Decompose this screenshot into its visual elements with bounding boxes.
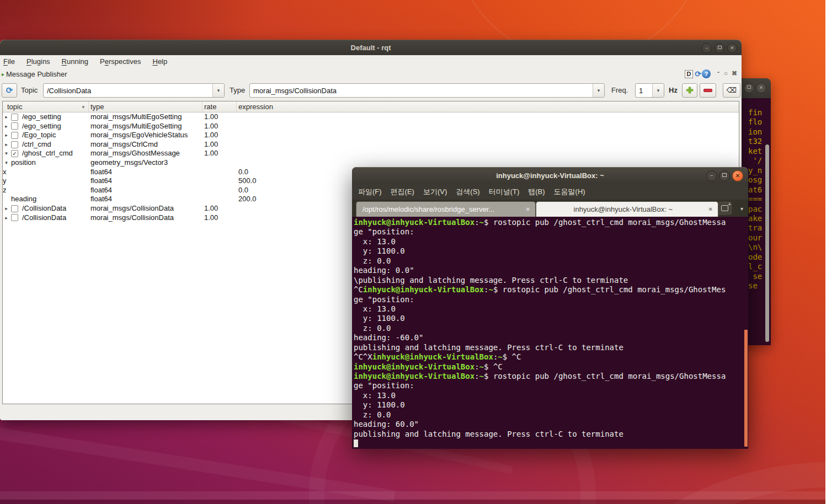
publish-checkbox[interactable]: ✓ (11, 150, 18, 157)
column-header-topic[interactable]: topic▼ (3, 101, 89, 112)
terminal-line: x: 13.0 (354, 237, 748, 246)
table-row[interactable]: ▸/ego_settingmorai_msgs/MultiEgoSetting1… (3, 112, 739, 122)
topic-name: position (11, 158, 36, 167)
type-cell: float64 (89, 168, 202, 177)
terminal-tab[interactable]: /opt/ros/melodic/share/rosbridge_server.… (356, 201, 536, 217)
column-header-rate[interactable]: rate (202, 101, 237, 112)
dock-button[interactable]: D (685, 70, 693, 78)
terminal-line: z: 0.0 (354, 324, 748, 333)
expr-cell[interactable] (237, 158, 739, 168)
scrollbar[interactable] (744, 330, 748, 447)
topic-combobox[interactable]: /CollisionData ▾ (43, 83, 225, 98)
publish-checkbox[interactable] (11, 132, 18, 139)
reload-icon[interactable]: ⟳ (695, 69, 701, 78)
publish-checkbox[interactable] (11, 214, 18, 221)
freq-combobox[interactable]: 1 ▾ (635, 83, 664, 98)
window-title: inhyuck@inhyuck-VirtualBox: ~ (352, 171, 748, 180)
menu-help[interactable]: Help (152, 57, 167, 66)
new-tab-button[interactable] (718, 202, 732, 215)
minimize-button[interactable]: − (706, 170, 717, 181)
help-button[interactable]: ? (702, 69, 711, 78)
table-row[interactable]: ▸/ctrl_cmdmorai_msgs/CtrlCmd1.00 (3, 140, 739, 149)
table-row[interactable]: ▸/ego_settingmorai_msgs/MultiEgoSetting1… (3, 122, 739, 131)
close-tab-icon[interactable]: ✕ (708, 206, 713, 212)
maximize-button[interactable] (715, 43, 724, 53)
close-button[interactable]: ✕ (727, 43, 737, 53)
table-row[interactable]: ▾✓/ghost_ctrl_cmdmorai_msgs/GhostMessage… (3, 149, 739, 158)
terminal-menu-item[interactable]: 편집(E) (391, 187, 414, 197)
expand-arrow-icon[interactable]: ▸ (3, 112, 10, 121)
chevron-down-icon[interactable]: ▾ (593, 84, 604, 97)
refresh-button[interactable]: ⟳ (2, 83, 17, 98)
collapse-plugin-button[interactable]: - (717, 68, 719, 76)
rate-cell (202, 195, 237, 204)
type-combobox[interactable]: morai_msgs/CollisionData ▾ (249, 83, 605, 98)
close-plugin-button[interactable]: ✖ (732, 69, 737, 77)
terminal-titlebar[interactable]: inhyuck@inhyuck-VirtualBox: ~ − ✕ (352, 167, 748, 184)
collapse-arrow-icon[interactable]: ▾ (3, 158, 10, 167)
terminal-menu-item[interactable]: 보기(V) (423, 187, 447, 197)
terminal-tab[interactable]: inhyuck@inhyuck-VirtualBox: ~✕ (536, 201, 718, 217)
float-plugin-button[interactable]: ○ (724, 69, 728, 77)
publish-checkbox[interactable] (11, 122, 18, 130)
publish-checkbox[interactable] (11, 114, 18, 121)
publish-checkbox[interactable] (11, 205, 18, 212)
terminal-menu-item[interactable]: 파일(F) (358, 187, 382, 197)
chevron-down-icon[interactable]: ▾ (212, 84, 224, 97)
rqt-titlebar[interactable]: Default - rqt − ✕ (0, 40, 742, 55)
terminal-menu-item[interactable]: 터미널(T) (489, 187, 520, 197)
terminal-line: inhyuck@inhyuck-VirtualBox:~$ ^C (354, 362, 748, 372)
desktop[interactable]: ✕ finfloiont32ket '/y_nosgat6===pacaketr… (0, 0, 837, 504)
window-title: Default - rqt (0, 44, 742, 52)
publish-checkbox[interactable] (11, 141, 18, 148)
terminal-line: ge "position: (354, 295, 748, 304)
table-row[interactable]: ▾positiongeometry_msgs/Vector3 (3, 158, 739, 168)
terminal-line: heading: 60.0" (354, 420, 748, 429)
column-header-expression[interactable]: expression (237, 101, 739, 112)
minimize-button[interactable]: − (702, 43, 712, 53)
topic-cell: z (3, 186, 89, 195)
terminal-line: publishing and latching message. Press c… (354, 343, 748, 352)
expr-cell[interactable] (237, 122, 739, 131)
terminal-menu-item[interactable]: 검색(S) (456, 187, 479, 197)
expand-arrow-icon[interactable]: ▸ (3, 204, 10, 213)
terminal-window: inhyuck@inhyuck-VirtualBox: ~ − ✕ 파일(F)편… (352, 167, 748, 449)
menu-file[interactable]: File (3, 57, 15, 66)
terminal-line: x: 13.0 (354, 304, 748, 314)
close-tab-icon[interactable]: ✕ (526, 206, 530, 212)
remove-publisher-button[interactable] (700, 83, 716, 98)
chevron-down-icon[interactable]: ▾ (652, 84, 664, 97)
expand-arrow-icon[interactable]: ▸ (3, 122, 10, 131)
rate-cell (202, 186, 237, 195)
expr-cell[interactable] (237, 131, 739, 140)
table-row[interactable]: ▸/Ego_topicmorai_msgs/EgoVehicleStatus1.… (3, 131, 739, 140)
maximize-button[interactable] (744, 83, 754, 93)
menu-perspectives[interactable]: Perspectives (100, 57, 141, 66)
expand-arrow-icon[interactable]: ▸ (3, 213, 10, 222)
maximize-button[interactable] (719, 170, 730, 181)
expr-cell[interactable] (237, 149, 739, 158)
terminal-menu-item[interactable]: 탭(B) (528, 187, 545, 197)
expr-cell[interactable] (237, 112, 739, 122)
close-button[interactable]: ✕ (732, 170, 743, 181)
close-button[interactable]: ✕ (756, 83, 766, 93)
expr-cell[interactable] (237, 140, 739, 149)
column-header-type[interactable]: type (89, 101, 202, 112)
tab-list-dropdown[interactable]: ▾ (740, 206, 743, 212)
topic-cell: y (3, 176, 89, 186)
type-cell: float64 (89, 176, 202, 186)
expand-arrow-icon[interactable]: ▸ (3, 140, 10, 149)
collapse-arrow-icon[interactable]: ▾ (3, 149, 10, 158)
type-cell: morai_msgs/CtrlCmd (89, 140, 202, 149)
plus-icon: ✚ (686, 85, 694, 95)
menu-running[interactable]: Running (62, 57, 88, 66)
scrollbar[interactable] (765, 144, 769, 342)
expand-arrow-icon[interactable]: ▸ (3, 131, 10, 140)
clear-button[interactable]: ⌫ (723, 83, 740, 98)
add-publisher-button[interactable]: ✚ (682, 83, 697, 98)
menu-plugins[interactable]: Plugins (26, 57, 50, 66)
toolbar: ⟳ Topic /CollisionData ▾ Type morai_msgs… (0, 81, 742, 101)
terminal-output[interactable]: inhyuck@inhyuck-VirtualBox:~$ rostopic p… (352, 217, 748, 449)
terminal-menu-item[interactable]: 도움말(H) (554, 187, 585, 197)
topic-cell: x (3, 168, 89, 177)
